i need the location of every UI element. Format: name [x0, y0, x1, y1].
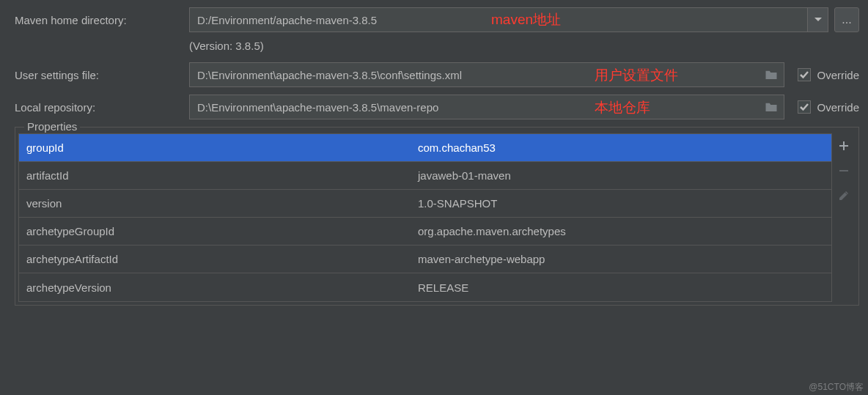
property-key: version [19, 197, 415, 210]
pencil-icon [838, 190, 850, 202]
folder-icon[interactable] [765, 69, 778, 81]
table-row[interactable]: archetypeGroupId org.apache.maven.archet… [19, 218, 831, 246]
annotation-local-repo: 本地仓库 [595, 98, 650, 117]
edit-property-button[interactable] [834, 185, 854, 207]
maven-home-browse-button[interactable]: ... [834, 7, 859, 32]
table-row[interactable]: groupId com.chachan53 [19, 134, 831, 162]
properties-group-label: Properties [24, 120, 80, 133]
local-repo-value: D:\Environment\apache-maven-3.8.5\maven-… [197, 101, 438, 114]
user-settings-field[interactable]: D:\Environment\apache-maven-3.8.5\conf\s… [189, 62, 784, 87]
property-value: maven-archetype-webapp [415, 253, 831, 265]
folder-icon[interactable] [765, 101, 778, 113]
property-value: javaweb-01-maven [415, 169, 831, 182]
properties-table[interactable]: groupId com.chachan53 artifactId javaweb… [18, 133, 832, 302]
property-value: com.chachan53 [415, 141, 831, 154]
remove-property-button[interactable] [834, 160, 854, 182]
annotation-maven-addr: maven地址 [491, 10, 561, 29]
maven-version-text: (Version: 3.8.5) [189, 40, 264, 52]
add-property-button[interactable] [834, 135, 854, 157]
property-key: archetypeGroupId [19, 225, 415, 237]
local-repo-override-label: Override [817, 101, 859, 114]
plus-icon [838, 140, 850, 152]
property-key: archetypeVersion [19, 281, 415, 294]
svg-rect-2 [839, 170, 848, 171]
chevron-down-icon [814, 18, 822, 22]
table-row[interactable]: archetypeArtifactId maven-archetype-weba… [19, 246, 831, 273]
user-settings-value: D:\Environment\apache-maven-3.8.5\conf\s… [197, 69, 462, 81]
local-repo-override-checkbox[interactable]: Override [798, 100, 859, 114]
user-settings-override-checkbox[interactable]: Override [798, 68, 859, 81]
svg-rect-1 [839, 145, 848, 147]
label-local-repo: Local repository: [15, 101, 189, 114]
property-key: artifactId [19, 169, 415, 182]
maven-home-value: D:/Environment/apache-maven-3.8.5 [197, 14, 377, 26]
property-value: RELEASE [415, 281, 831, 294]
minus-icon [838, 165, 850, 177]
property-key: groupId [19, 141, 415, 154]
table-row[interactable]: archetypeVersion RELEASE [19, 273, 831, 301]
local-repo-field[interactable]: D:\Environment\apache-maven-3.8.5\maven-… [189, 95, 784, 119]
checkmark-icon [800, 70, 809, 79]
maven-home-combobox[interactable]: D:/Environment/apache-maven-3.8.5 maven地… [189, 7, 808, 32]
user-settings-override-label: Override [817, 69, 859, 81]
property-value: 1.0-SNAPSHOT [415, 197, 831, 210]
annotation-user-settings: 用户设置文件 [595, 66, 678, 85]
checkmark-icon [800, 103, 809, 111]
table-row[interactable]: artifactId javaweb-01-maven [19, 162, 831, 190]
label-maven-home: Maven home directory: [15, 14, 189, 26]
watermark: @51CTO博客 [809, 381, 864, 394]
property-key: archetypeArtifactId [19, 253, 415, 265]
table-row[interactable]: version 1.0-SNAPSHOT [19, 190, 831, 218]
maven-home-dropdown-button[interactable] [808, 7, 828, 32]
property-value: org.apache.maven.archetypes [415, 225, 831, 237]
label-user-settings: User settings file: [15, 69, 189, 81]
